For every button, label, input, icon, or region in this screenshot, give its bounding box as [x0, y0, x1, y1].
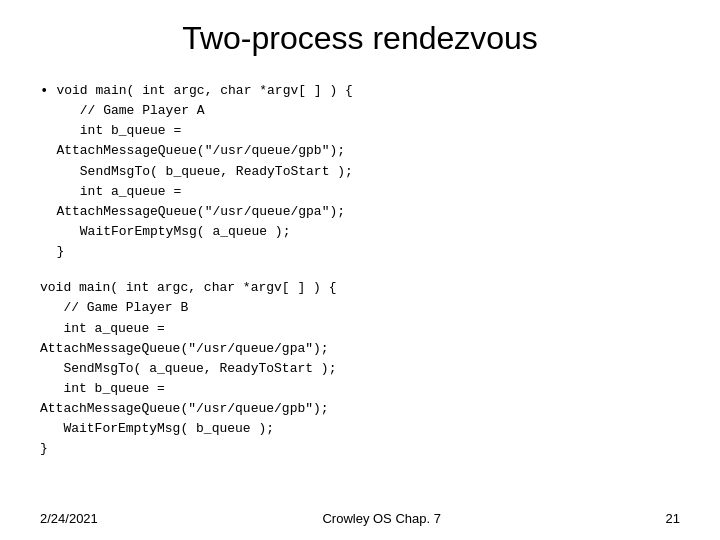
code-line-a-1: void main( int argc, char *argv[ ] ) {	[56, 81, 352, 101]
code-line-a-5: SendMsgTo( b_queue, ReadyToStart );	[56, 162, 352, 182]
code-line-a-4: AttachMessageQueue("/usr/queue/gpb");	[56, 141, 352, 161]
code-line-a-7: AttachMessageQueue("/usr/queue/gpa");	[56, 202, 352, 222]
code-line-b-6: int b_queue =	[40, 379, 680, 399]
code-line-b-7: AttachMessageQueue("/usr/queue/gpb");	[40, 399, 680, 419]
content-area: • void main( int argc, char *argv[ ] ) {…	[40, 81, 680, 460]
code-line-b-1: void main( int argc, char *argv[ ] ) {	[40, 278, 680, 298]
code-line-b-5: SendMsgTo( a_queue, ReadyToStart );	[40, 359, 680, 379]
slide-title: Two-process rendezvous	[40, 20, 680, 57]
footer-center: Crowley OS Chap. 7	[322, 511, 441, 526]
code-line-a-6: int a_queue =	[56, 182, 352, 202]
slide: Two-process rendezvous • void main( int …	[0, 0, 720, 540]
code-block-a: void main( int argc, char *argv[ ] ) { /…	[56, 81, 352, 262]
code-line-b-9: }	[40, 439, 680, 459]
code-line-b-3: int a_queue =	[40, 319, 680, 339]
code-section-b: void main( int argc, char *argv[ ] ) { /…	[40, 278, 680, 459]
code-line-a-3: int b_queue =	[56, 121, 352, 141]
footer-date: 2/24/2021	[40, 511, 98, 526]
code-line-b-8: WaitForEmptyMsg( b_queue );	[40, 419, 680, 439]
code-line-b-4: AttachMessageQueue("/usr/queue/gpa");	[40, 339, 680, 359]
code-line-a-9: }	[56, 242, 352, 262]
code-line-b-2: // Game Player B	[40, 298, 680, 318]
bullet-point: •	[40, 81, 48, 103]
code-section-a: • void main( int argc, char *argv[ ] ) {…	[40, 81, 680, 262]
code-line-a-2: // Game Player A	[56, 101, 352, 121]
footer-page: 21	[666, 511, 680, 526]
code-line-a-8: WaitForEmptyMsg( a_queue );	[56, 222, 352, 242]
footer: 2/24/2021 Crowley OS Chap. 7 21	[0, 511, 720, 526]
